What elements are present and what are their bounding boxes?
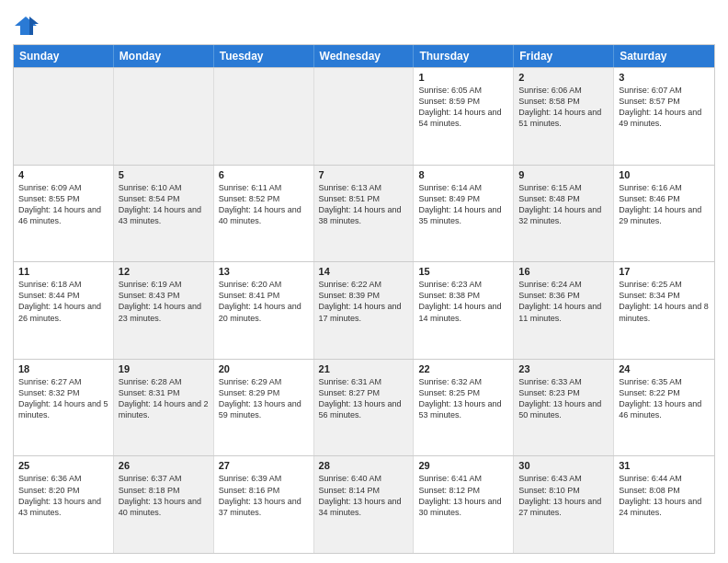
calendar: SundayMondayTuesdayWednesdayThursdayFrid… [13,44,715,554]
cal-week-4: 18Sunrise: 6:27 AM Sunset: 8:32 PM Dayli… [14,359,714,456]
day-number: 15 [418,266,508,277]
day-info: Sunrise: 6:18 AM Sunset: 8:44 PM Dayligh… [18,279,108,324]
cal-day-4: 4Sunrise: 6:09 AM Sunset: 8:55 PM Daylig… [14,166,114,262]
cal-header-tuesday: Tuesday [214,45,314,67]
day-info: Sunrise: 6:31 AM Sunset: 8:27 PM Dayligh… [319,376,409,421]
cal-empty-0-1 [114,68,214,165]
cal-header-saturday: Saturday [614,45,714,67]
day-number: 1 [418,72,508,83]
cal-day-19: 19Sunrise: 6:28 AM Sunset: 8:31 PM Dayli… [114,360,214,456]
day-number: 21 [319,363,409,374]
day-info: Sunrise: 6:20 AM Sunset: 8:41 PM Dayligh… [219,279,309,324]
day-info: Sunrise: 6:35 AM Sunset: 8:22 PM Dayligh… [619,376,710,421]
day-info: Sunrise: 6:36 AM Sunset: 8:20 PM Dayligh… [18,473,108,518]
cal-day-16: 16Sunrise: 6:24 AM Sunset: 8:36 PM Dayli… [514,262,614,359]
day-info: Sunrise: 6:24 AM Sunset: 8:36 PM Dayligh… [518,279,609,324]
day-number: 17 [619,266,710,277]
cal-empty-0-2 [214,68,314,165]
day-info: Sunrise: 6:39 AM Sunset: 8:16 PM Dayligh… [219,473,309,518]
cal-day-23: 23Sunrise: 6:33 AM Sunset: 8:23 PM Dayli… [514,360,614,456]
calendar-header: SundayMondayTuesdayWednesdayThursdayFrid… [14,45,714,67]
day-info: Sunrise: 6:07 AM Sunset: 8:57 PM Dayligh… [619,85,710,130]
day-info: Sunrise: 6:25 AM Sunset: 8:34 PM Dayligh… [619,279,710,324]
day-info: Sunrise: 6:43 AM Sunset: 8:10 PM Dayligh… [518,473,609,518]
cal-day-5: 5Sunrise: 6:10 AM Sunset: 8:54 PM Daylig… [114,166,214,262]
cal-day-21: 21Sunrise: 6:31 AM Sunset: 8:27 PM Dayli… [314,360,415,456]
day-number: 13 [219,266,309,277]
cal-week-5: 25Sunrise: 6:36 AM Sunset: 8:20 PM Dayli… [14,455,714,553]
cal-day-17: 17Sunrise: 6:25 AM Sunset: 8:34 PM Dayli… [614,262,714,359]
cal-day-14: 14Sunrise: 6:22 AM Sunset: 8:39 PM Dayli… [314,262,415,359]
day-info: Sunrise: 6:14 AM Sunset: 8:49 PM Dayligh… [418,182,508,227]
cal-day-11: 11Sunrise: 6:18 AM Sunset: 8:44 PM Dayli… [14,262,114,359]
cal-day-3: 3Sunrise: 6:07 AM Sunset: 8:57 PM Daylig… [614,68,714,165]
cal-day-10: 10Sunrise: 6:16 AM Sunset: 8:46 PM Dayli… [614,166,714,262]
day-number: 9 [518,169,609,180]
day-number: 18 [18,363,108,374]
cal-day-1: 1Sunrise: 6:05 AM Sunset: 8:59 PM Daylig… [414,68,514,165]
day-number: 24 [619,363,710,374]
cal-day-12: 12Sunrise: 6:19 AM Sunset: 8:43 PM Dayli… [114,262,214,359]
day-number: 10 [619,169,710,180]
day-number: 11 [18,266,108,277]
cal-header-wednesday: Wednesday [314,45,415,67]
calendar-body: 1Sunrise: 6:05 AM Sunset: 8:59 PM Daylig… [14,67,714,553]
logo-icon [13,13,39,39]
day-number: 20 [219,363,309,374]
day-number: 28 [319,460,409,471]
cal-empty-0-3 [314,68,415,165]
cal-day-30: 30Sunrise: 6:43 AM Sunset: 8:10 PM Dayli… [514,456,614,553]
day-info: Sunrise: 6:44 AM Sunset: 8:08 PM Dayligh… [619,473,710,518]
cal-day-26: 26Sunrise: 6:37 AM Sunset: 8:18 PM Dayli… [114,456,214,553]
day-number: 22 [418,363,508,374]
day-number: 29 [418,460,508,471]
day-info: Sunrise: 6:09 AM Sunset: 8:55 PM Dayligh… [18,182,108,227]
day-number: 16 [518,266,609,277]
cal-day-15: 15Sunrise: 6:23 AM Sunset: 8:38 PM Dayli… [414,262,514,359]
logo [13,13,40,39]
cal-day-9: 9Sunrise: 6:15 AM Sunset: 8:48 PM Daylig… [514,166,614,262]
page: SundayMondayTuesdayWednesdayThursdayFrid… [0,0,728,563]
day-info: Sunrise: 6:32 AM Sunset: 8:25 PM Dayligh… [418,376,508,421]
cal-day-29: 29Sunrise: 6:41 AM Sunset: 8:12 PM Dayli… [414,456,514,553]
header [13,9,715,39]
day-number: 7 [319,169,409,180]
day-info: Sunrise: 6:15 AM Sunset: 8:48 PM Dayligh… [518,182,609,227]
cal-day-24: 24Sunrise: 6:35 AM Sunset: 8:22 PM Dayli… [614,360,714,456]
day-info: Sunrise: 6:33 AM Sunset: 8:23 PM Dayligh… [518,376,609,421]
cal-day-27: 27Sunrise: 6:39 AM Sunset: 8:16 PM Dayli… [214,456,314,553]
cal-day-18: 18Sunrise: 6:27 AM Sunset: 8:32 PM Dayli… [14,360,114,456]
day-number: 8 [418,169,508,180]
day-number: 25 [18,460,108,471]
day-info: Sunrise: 6:19 AM Sunset: 8:43 PM Dayligh… [119,279,209,324]
cal-header-monday: Monday [114,45,214,67]
cal-day-31: 31Sunrise: 6:44 AM Sunset: 8:08 PM Dayli… [614,456,714,553]
cal-day-13: 13Sunrise: 6:20 AM Sunset: 8:41 PM Dayli… [214,262,314,359]
day-number: 12 [119,266,209,277]
day-info: Sunrise: 6:27 AM Sunset: 8:32 PM Dayligh… [18,376,108,421]
day-number: 31 [619,460,710,471]
cal-day-25: 25Sunrise: 6:36 AM Sunset: 8:20 PM Dayli… [14,456,114,553]
day-number: 5 [119,169,209,180]
cal-header-thursday: Thursday [414,45,514,67]
day-info: Sunrise: 6:41 AM Sunset: 8:12 PM Dayligh… [418,473,508,518]
day-number: 3 [619,72,710,83]
day-info: Sunrise: 6:13 AM Sunset: 8:51 PM Dayligh… [319,182,409,227]
day-number: 19 [119,363,209,374]
day-number: 26 [119,460,209,471]
day-number: 27 [219,460,309,471]
cal-week-2: 4Sunrise: 6:09 AM Sunset: 8:55 PM Daylig… [14,165,714,262]
day-info: Sunrise: 6:11 AM Sunset: 8:52 PM Dayligh… [219,182,309,227]
day-info: Sunrise: 6:23 AM Sunset: 8:38 PM Dayligh… [418,279,508,324]
day-info: Sunrise: 6:29 AM Sunset: 8:29 PM Dayligh… [219,376,309,421]
day-info: Sunrise: 6:22 AM Sunset: 8:39 PM Dayligh… [319,279,409,324]
cal-day-2: 2Sunrise: 6:06 AM Sunset: 8:58 PM Daylig… [514,68,614,165]
cal-header-sunday: Sunday [14,45,114,67]
cal-day-6: 6Sunrise: 6:11 AM Sunset: 8:52 PM Daylig… [214,166,314,262]
day-number: 23 [518,363,609,374]
day-number: 14 [319,266,409,277]
day-info: Sunrise: 6:05 AM Sunset: 8:59 PM Dayligh… [418,85,508,130]
day-info: Sunrise: 6:06 AM Sunset: 8:58 PM Dayligh… [518,85,609,130]
day-number: 2 [518,72,609,83]
cal-day-28: 28Sunrise: 6:40 AM Sunset: 8:14 PM Dayli… [314,456,415,553]
